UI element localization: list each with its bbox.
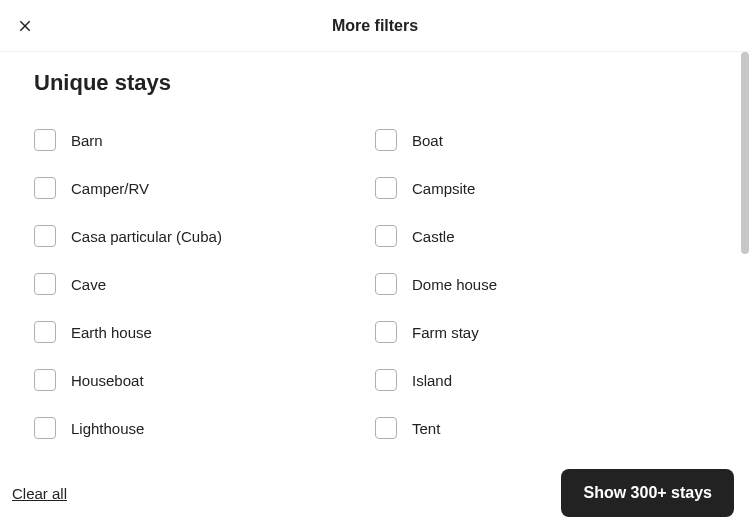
option-label: Camper/RV <box>71 180 149 197</box>
option-label: Earth house <box>71 324 152 341</box>
option-item[interactable]: Houseboat <box>34 356 375 404</box>
option-label: Lighthouse <box>71 420 144 437</box>
modal-content: Unique stays BarnBoatCamper/RVCampsiteCa… <box>0 52 750 460</box>
checkbox[interactable] <box>34 177 56 199</box>
show-results-button[interactable]: Show 300+ stays <box>561 469 734 517</box>
option-item[interactable]: Boat <box>375 116 716 164</box>
checkbox[interactable] <box>34 129 56 151</box>
section-title-unique-stays: Unique stays <box>34 52 716 116</box>
checkbox[interactable] <box>34 321 56 343</box>
checkbox[interactable] <box>375 225 397 247</box>
modal-footer: Clear all Show 300+ stays <box>0 460 750 526</box>
option-label: Castle <box>412 228 455 245</box>
option-item[interactable]: Casa particular (Cuba) <box>34 212 375 260</box>
option-item[interactable]: Lighthouse <box>34 404 375 452</box>
options-grid: BarnBoatCamper/RVCampsiteCasa particular… <box>34 116 716 452</box>
checkbox[interactable] <box>34 273 56 295</box>
modal-title: More filters <box>20 17 730 35</box>
scrollbar[interactable] <box>740 52 750 460</box>
option-item[interactable]: Castle <box>375 212 716 260</box>
checkbox[interactable] <box>375 417 397 439</box>
checkbox[interactable] <box>34 225 56 247</box>
close-button[interactable] <box>13 14 37 38</box>
option-label: Island <box>412 372 452 389</box>
modal-header: More filters <box>0 0 750 52</box>
option-label: Dome house <box>412 276 497 293</box>
option-item[interactable]: Tent <box>375 404 716 452</box>
checkbox[interactable] <box>375 177 397 199</box>
option-item[interactable]: Barn <box>34 116 375 164</box>
option-label: Tent <box>412 420 440 437</box>
option-label: Cave <box>71 276 106 293</box>
option-item[interactable]: Earth house <box>34 308 375 356</box>
option-label: Casa particular (Cuba) <box>71 228 222 245</box>
option-item[interactable]: Cave <box>34 260 375 308</box>
option-item[interactable]: Camper/RV <box>34 164 375 212</box>
checkbox[interactable] <box>375 273 397 295</box>
option-item[interactable]: Dome house <box>375 260 716 308</box>
close-icon <box>18 19 32 33</box>
checkbox[interactable] <box>375 321 397 343</box>
option-label: Houseboat <box>71 372 144 389</box>
checkbox[interactable] <box>375 369 397 391</box>
option-label: Farm stay <box>412 324 479 341</box>
scrollbar-thumb[interactable] <box>741 52 749 254</box>
option-label: Barn <box>71 132 103 149</box>
option-item[interactable]: Farm stay <box>375 308 716 356</box>
clear-all-button[interactable]: Clear all <box>6 475 73 512</box>
option-item[interactable]: Campsite <box>375 164 716 212</box>
checkbox[interactable] <box>34 417 56 439</box>
option-label: Boat <box>412 132 443 149</box>
option-item[interactable]: Island <box>375 356 716 404</box>
option-label: Campsite <box>412 180 475 197</box>
checkbox[interactable] <box>375 129 397 151</box>
checkbox[interactable] <box>34 369 56 391</box>
